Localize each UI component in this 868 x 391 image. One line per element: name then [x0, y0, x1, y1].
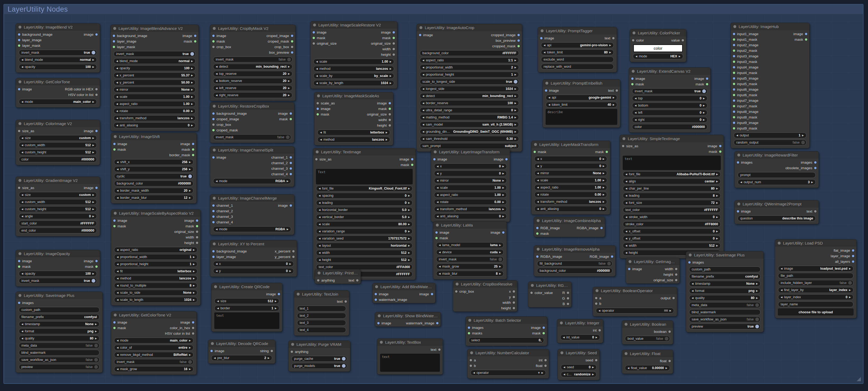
output-dot-icon[interactable]: [436, 322, 438, 325]
widget-text_3[interactable]: text_3: [297, 320, 346, 326]
widget-opacity[interactable]: ◀opacity100▶: [19, 64, 97, 70]
collapse-dot[interactable]: [622, 137, 625, 140]
input-port-background_image[interactable]: background_image: [16, 32, 55, 37]
output-dot-icon[interactable]: [289, 167, 292, 170]
output-port-image[interactable]: image: [180, 33, 198, 38]
output-dot-icon[interactable]: [672, 297, 675, 299]
node-title-bar[interactable]: LayerUtility: ImageBlend V2: [16, 24, 100, 31]
combo-right-arrow-icon[interactable]: ▶: [716, 237, 718, 240]
input-dot-icon[interactable]: [435, 231, 438, 234]
combo-right-arrow-icon[interactable]: ▶: [193, 299, 195, 301]
textarea-text[interactable]: text: [380, 354, 440, 372]
toggle-dot-icon[interactable]: [801, 141, 805, 144]
node-image-shift[interactable]: LayerUtility: ImageShiftimagemaskimagema…: [111, 133, 197, 203]
combo-right-arrow-icon[interactable]: ▶: [191, 110, 193, 112]
output-dot-icon[interactable]: [389, 113, 391, 115]
output-port-original_size[interactable]: original_size: [365, 112, 393, 117]
node-gradient-image-v2[interactable]: LayerUtility: GradientImage V2size_asima…: [16, 176, 100, 236]
node-title-bar[interactable]: LayerUtility: ImageOpacity: [16, 250, 100, 257]
input-dot-icon[interactable]: [212, 46, 215, 48]
combo-left-arrow-icon[interactable]: ◀: [625, 230, 627, 233]
widget-exclude_word[interactable]: exclude_word: [541, 57, 614, 62]
combo-right-arrow-icon[interactable]: ▶: [408, 194, 410, 197]
input-port-original_size[interactable]: original_size: [310, 41, 339, 46]
input-dot-icon[interactable]: [733, 88, 735, 91]
combo-left-arrow-icon[interactable]: ◀: [214, 357, 216, 359]
widget-save_workflow_as_json[interactable]: save_workflow_as_jsonfalse: [19, 357, 99, 363]
widget-custom_width[interactable]: ◀custom_width512▶: [19, 142, 97, 148]
combo-left-arrow-icon[interactable]: ◀: [563, 366, 565, 368]
input-dot-icon[interactable]: [18, 260, 20, 262]
collapse-dot[interactable]: [456, 283, 459, 285]
collapse-dot[interactable]: [546, 82, 548, 85]
widget-mirror[interactable]: ◀mirrorNone▶: [114, 87, 196, 92]
widget-pre_blur[interactable]: ◀pre_blur2▶: [211, 355, 272, 361]
input-port-image[interactable]: image: [433, 230, 452, 235]
node-save-image-plus-left[interactable]: LayerUtility: SaveImage Plusimagescustom…: [16, 291, 103, 373]
input-dot-icon[interactable]: [631, 83, 633, 85]
input-dot-icon[interactable]: [632, 39, 634, 41]
node-image-auto-crop[interactable]: LayerUtility: ImageAutoCropimagecropped_…: [416, 24, 522, 152]
textarea-text[interactable]: text: [214, 312, 279, 329]
output-dot-icon[interactable]: [291, 46, 293, 48]
input-dot-icon[interactable]: [18, 187, 20, 189]
output-port-float[interactable]: float: [533, 363, 549, 368]
input-dot-icon[interactable]: [530, 291, 533, 294]
node-title-bar[interactable]: LayerUtility: ImageBlendAdvance V2: [111, 25, 198, 32]
input-dot-icon[interactable]: [733, 44, 735, 46]
toggle-dot-icon[interactable]: [94, 344, 98, 347]
combo-right-arrow-icon[interactable]: ▶: [408, 258, 410, 261]
input-port-input1_mask[interactable]: input1_mask: [731, 37, 761, 42]
combo-left-arrow-icon[interactable]: ◀: [423, 116, 424, 119]
input-dot-icon[interactable]: [313, 37, 315, 39]
node-extend-canvas-v2[interactable]: LayerUtility: ExtendCanvas V2imagemaskim…: [629, 67, 711, 133]
node-get-color-tone[interactable]: LayerUtility: GetColorToneimageRGB color…: [16, 78, 100, 108]
node-boolean[interactable]: LayerUtility: Booleanbooleanbool_valuefa…: [622, 320, 673, 344]
combo-right-arrow-icon[interactable]: ▶: [189, 368, 191, 370]
collapse-dot[interactable]: [632, 70, 634, 73]
output-port-height[interactable]: height: [499, 305, 517, 311]
output-port-height[interactable]: height: [379, 52, 397, 57]
combo-right-arrow-icon[interactable]: ▶: [390, 67, 392, 70]
combo-right-arrow-icon[interactable]: ▶: [603, 193, 604, 196]
group-header[interactable]: LayerUtility Nodes: [4, 4, 863, 14]
input-dot-icon[interactable]: [18, 130, 20, 132]
combo-right-arrow-icon[interactable]: ▶: [390, 82, 392, 84]
toggle-dot-icon[interactable]: [92, 279, 95, 283]
collapse-dot[interactable]: [378, 314, 381, 317]
widget-variation_seed[interactable]: ◀variation_seed1707317572▶: [316, 235, 413, 241]
collapse-dot[interactable]: [213, 243, 216, 245]
output-dot-icon[interactable]: [271, 350, 273, 352]
output-port-width[interactable]: width: [500, 300, 517, 305]
input-dot-icon[interactable]: [688, 261, 691, 263]
input-port-images[interactable]: images: [466, 325, 486, 331]
output-dot-icon[interactable]: [389, 108, 391, 110]
input-port-input3_mask[interactable]: input3_mask: [731, 59, 761, 64]
widget-text_4[interactable]: text_4: [297, 327, 346, 333]
output-dot-icon[interactable]: [669, 360, 671, 362]
input-dot-icon[interactable]: [733, 100, 735, 102]
output-dot-icon[interactable]: [291, 40, 293, 43]
combo-right-arrow-icon[interactable]: ▶: [92, 194, 94, 196]
combo-left-arrow-icon[interactable]: ◀: [216, 94, 218, 96]
output-dot-icon[interactable]: [289, 112, 292, 115]
widget-detect[interactable]: ◀detectmin_bounding_rect▶: [213, 64, 292, 69]
input-port-input8_image[interactable]: input8_image: [731, 109, 761, 114]
input-port-masks[interactable]: masks: [466, 331, 486, 336]
output-port-RGBA_image[interactable]: RGBA_image: [575, 225, 605, 231]
widget-method[interactable]: ◀methodlanczos▶: [114, 276, 197, 281]
input-port-mask[interactable]: mask: [433, 235, 452, 241]
input-dot-icon[interactable]: [212, 123, 215, 126]
widget-sam_model[interactable]: ◀sam_modelsam_vit_h (2.56GB)▶: [420, 121, 519, 128]
combo-right-arrow-icon[interactable]: ▶: [268, 357, 270, 359]
input-port-size_as[interactable]: size_as: [16, 128, 36, 134]
node-title-bar[interactable]: LayerUtility: LaMa: [433, 222, 506, 229]
widget-mirror[interactable]: ◀mirrorNone▶: [434, 178, 507, 184]
combo-left-arrow-icon[interactable]: ◀: [423, 102, 424, 105]
output-port-height[interactable]: height: [375, 123, 393, 128]
widget-scale_by[interactable]: ◀scale_byby_scale▶: [313, 73, 394, 79]
output-dot-icon[interactable]: [389, 119, 391, 121]
output-dot-icon[interactable]: [431, 293, 433, 295]
combo-left-arrow-icon[interactable]: ◀: [116, 74, 118, 77]
widget-invert_mask[interactable]: invert_masktrue: [114, 51, 196, 57]
